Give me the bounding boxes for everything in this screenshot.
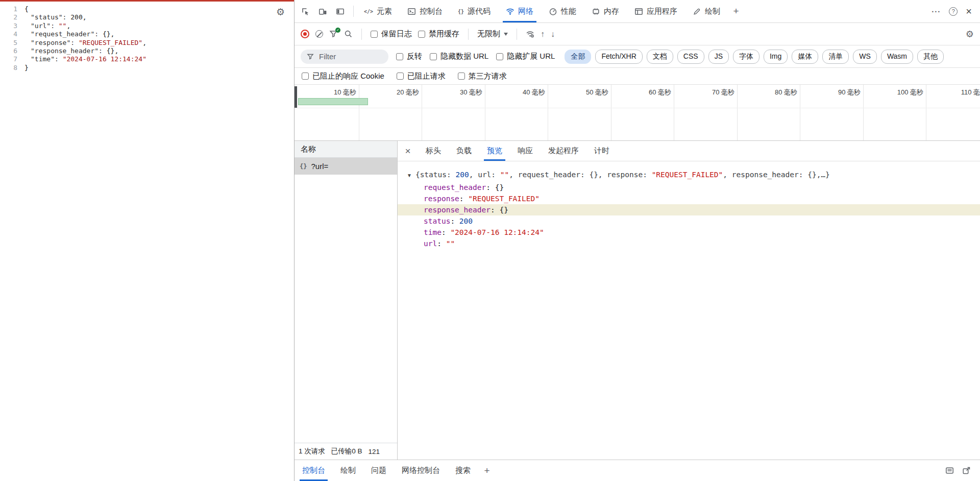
close-devtools-icon[interactable]: × — [966, 6, 972, 16]
more-options-icon[interactable]: ··· — [932, 7, 941, 16]
add-drawer-tab-button[interactable]: + — [478, 460, 496, 481]
drawer-tab-draw[interactable]: 绘制 — [333, 460, 363, 481]
drawer-tab-console[interactable]: 控制台 — [295, 460, 333, 481]
tab-label: 标头 — [426, 146, 441, 156]
json-viewer-settings-gear-icon[interactable]: ⚙ — [276, 6, 285, 18]
json-property-row-highlighted[interactable]: response_header: {} — [398, 204, 980, 215]
json-property-row[interactable]: url: "" — [398, 238, 980, 249]
filter-pill-ws[interactable]: WS — [853, 50, 877, 64]
tab-elements[interactable]: </> 元素 — [356, 0, 400, 22]
line-number: 2 — [0, 13, 17, 21]
curly-braces-icon: {} — [458, 9, 464, 14]
json-property-row[interactable]: status: 200 — [398, 215, 980, 227]
request-list-name-header[interactable]: 名称 — [295, 141, 397, 158]
panel-layout-icon[interactable] — [332, 4, 348, 19]
property-key: time — [424, 228, 442, 236]
checkbox-box — [396, 53, 403, 60]
preserve-log-checkbox[interactable]: 保留日志 — [371, 29, 412, 39]
tab-label: 问题 — [371, 466, 386, 475]
filter-pill-fetch-xhr[interactable]: Fetch/XHR — [595, 50, 642, 64]
property-value: {} — [499, 206, 508, 214]
json-value: 200 — [70, 13, 82, 21]
filter-pill-manifest[interactable]: 清单 — [822, 50, 849, 64]
request-row-selected[interactable]: {} ?url= — [295, 158, 397, 175]
tab-payload[interactable]: 负载 — [449, 141, 479, 161]
plus-icon: + — [484, 465, 489, 476]
third-party-label: 第三方请求 — [469, 71, 507, 81]
inspect-element-icon[interactable] — [298, 4, 313, 19]
filter-pill-all[interactable]: 全部 — [565, 50, 591, 64]
blocked-requests-checkbox[interactable]: 已阻止请求 — [397, 71, 446, 81]
import-har-icon[interactable]: ↑ — [541, 30, 545, 39]
filter-pill-js[interactable]: JS — [708, 50, 729, 64]
network-settings-gear-icon[interactable]: ⚙ — [966, 29, 974, 40]
disable-cache-checkbox[interactable]: 禁用缓存 — [418, 29, 459, 39]
filter-input[interactable] — [318, 52, 382, 61]
filter-pill-media[interactable]: 媒体 — [792, 50, 818, 64]
third-party-checkbox[interactable]: 第三方请求 — [458, 71, 507, 81]
throttling-dropdown[interactable]: 无限制 — [477, 29, 508, 39]
tab-response[interactable]: 响应 — [510, 141, 541, 161]
filter-pill-doc[interactable]: 文档 — [647, 50, 673, 64]
clear-network-log-icon[interactable] — [315, 30, 323, 38]
tab-initiator[interactable]: 发起程序 — [541, 141, 586, 161]
tab-headers[interactable]: 标头 — [418, 141, 449, 161]
filter-pill-css[interactable]: CSS — [677, 50, 704, 64]
hide-extension-urls-checkbox[interactable]: 隐藏扩展 URL — [496, 52, 555, 61]
tab-paint[interactable]: 绘制 — [685, 0, 728, 22]
timeline-window-handle[interactable] — [295, 86, 297, 108]
search-icon[interactable] — [344, 30, 353, 38]
tab-network[interactable]: 网络 — [498, 0, 541, 22]
tab-timing[interactable]: 计时 — [586, 141, 617, 161]
drawer-tab-search[interactable]: 搜索 — [448, 460, 478, 481]
code-line: 8} — [0, 64, 294, 72]
hide-data-urls-checkbox[interactable]: 隐藏数据 URL — [430, 52, 488, 61]
close-details-icon[interactable]: × — [398, 146, 418, 157]
network-conditions-icon[interactable] — [526, 30, 534, 38]
drawer-tab-issues[interactable]: 问题 — [363, 460, 394, 481]
record-network-log-button[interactable] — [301, 30, 309, 38]
json-root-summary[interactable]: ▼{status: 200, url: "", request_header: … — [398, 169, 980, 182]
tab-memory[interactable]: 内存 — [584, 0, 627, 22]
blocked-cookies-checkbox[interactable]: 已阻止的响应 Cookie — [302, 71, 384, 81]
expand-triangle-icon[interactable]: ▼ — [407, 173, 412, 178]
line-number: 7 — [0, 55, 17, 63]
timeline-gridline — [548, 85, 548, 140]
filter-pill-font[interactable]: 字体 — [733, 50, 760, 64]
list-panel-icon[interactable] — [945, 466, 954, 475]
request-list-empty-space — [295, 175, 397, 443]
details-tab-bar: × 标头 负载 预览 响应 发起程序 计时 — [398, 141, 980, 161]
filter-pill-other[interactable]: 其他 — [917, 50, 944, 64]
json-property-row[interactable]: time: "2024-07-16 12:14:24" — [398, 227, 980, 238]
device-toolbar-icon[interactable] — [315, 4, 330, 19]
tab-application[interactable]: 应用程序 — [627, 0, 685, 22]
tab-performance[interactable]: 性能 — [541, 0, 584, 22]
help-icon[interactable]: ? — [949, 7, 958, 16]
network-overview-timeline[interactable]: 10 毫秒 20 毫秒 30 毫秒 40 毫秒 50 毫秒 60 毫秒 70 毫… — [295, 85, 980, 141]
open-external-icon[interactable] — [962, 466, 971, 475]
timeline-tick-label: 40 毫秒 — [523, 88, 545, 97]
tab-preview[interactable]: 预览 — [479, 141, 510, 161]
tab-console[interactable]: 控制台 — [400, 0, 450, 22]
invert-filter-checkbox[interactable]: 反转 — [396, 52, 422, 61]
drawer-tab-network-console[interactable]: 网络控制台 — [394, 460, 448, 481]
json-key: "response": — [24, 39, 79, 47]
tab-sources[interactable]: {} 源代码 — [450, 0, 498, 22]
filter-toggle-button[interactable]: ✓ — [329, 30, 338, 38]
tab-label: 源代码 — [468, 7, 491, 16]
json-value: "2024-07-16 12:14:24" — [63, 55, 146, 63]
timeline-gridline — [863, 85, 864, 140]
json-property-row[interactable]: response: "REQUEST_FAILED" — [398, 193, 980, 204]
filter-pill-wasm[interactable]: Wasm — [881, 50, 913, 64]
filter-pill-img[interactable]: Img — [764, 50, 788, 64]
more-tabs-button[interactable]: + — [728, 0, 744, 22]
export-har-icon[interactable]: ↓ — [551, 30, 555, 39]
timeline-gridline — [674, 85, 674, 140]
blocked-requests-bar: 已阻止的响应 Cookie 已阻止请求 第三方请求 — [295, 68, 980, 85]
disable-cache-label: 禁用缓存 — [429, 29, 459, 39]
json-property-row[interactable]: request_header: {} — [398, 182, 980, 193]
timeline-gridline — [359, 85, 359, 140]
devtools-tab-bar: </> 元素 控制台 {} 源代码 网络 — [295, 0, 980, 23]
json-key: "request_header": — [24, 30, 103, 38]
filter-input-container — [301, 50, 388, 64]
